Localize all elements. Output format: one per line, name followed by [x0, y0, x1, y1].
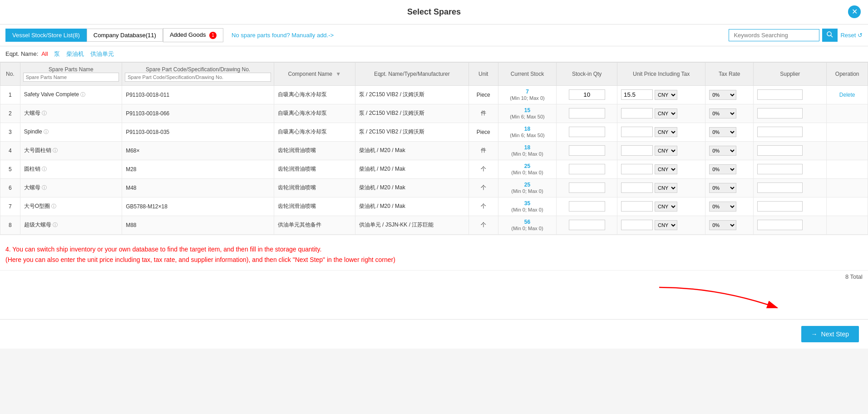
cell-unit-price[interactable]: CNYUSDEUR — [617, 160, 705, 178]
info-icon[interactable]: ⓘ — [44, 129, 49, 134]
unit-price-input[interactable] — [621, 220, 653, 230]
filter-diesel[interactable]: 柴油机 — [66, 50, 84, 57]
cell-supplier[interactable] — [754, 85, 827, 104]
filter-all[interactable]: All — [41, 50, 48, 57]
tab-vessel-stock[interactable]: Vessel Stock/Store List(8) — [5, 29, 87, 42]
cell-stock-in[interactable] — [557, 216, 617, 234]
unit-price-input[interactable] — [621, 145, 653, 156]
stock-in-qty-input[interactable] — [569, 220, 605, 230]
tax-rate-select[interactable]: 0%6%9%13% — [709, 127, 736, 137]
info-icon[interactable]: ⓘ — [42, 185, 47, 190]
stock-in-qty-input[interactable] — [569, 164, 605, 174]
currency-select[interactable]: CNYUSDEUR — [655, 108, 677, 118]
cell-unit-price[interactable]: CNYUSDEUR — [617, 123, 705, 141]
currency-select[interactable]: CNYUSDEUR — [655, 164, 677, 174]
cell-unit-price[interactable]: CNYUSDEUR — [617, 85, 705, 104]
cell-supplier[interactable] — [754, 104, 827, 123]
info-icon[interactable]: ⓘ — [53, 148, 58, 153]
cell-stock-in[interactable] — [557, 160, 617, 178]
unit-price-input[interactable] — [621, 164, 653, 174]
stock-in-qty-input[interactable] — [569, 108, 605, 118]
cell-supplier[interactable] — [754, 216, 827, 234]
cell-tax-rate[interactable]: 0%6%9%13% — [705, 197, 754, 216]
filter-oil-supply[interactable]: 供油单元 — [90, 50, 114, 57]
currency-select[interactable]: CNYUSDEUR — [655, 127, 677, 137]
supplier-input[interactable] — [757, 89, 803, 100]
cell-tax-rate[interactable]: 0%6%9%13% — [705, 85, 754, 104]
unit-price-input[interactable] — [621, 201, 653, 212]
cell-unit-price[interactable]: CNYUSDEUR — [617, 197, 705, 216]
unit-price-input[interactable] — [621, 89, 653, 100]
info-icon[interactable]: ⓘ — [42, 110, 47, 116]
tab-added-goods[interactable]: Added Goods 1 — [163, 28, 223, 42]
tax-rate-select[interactable]: 0%6%9%13% — [709, 202, 736, 212]
supplier-input[interactable] — [757, 201, 803, 212]
stock-in-qty-input[interactable] — [569, 127, 605, 137]
spare-part-code-search[interactable] — [125, 73, 271, 82]
supplier-input[interactable] — [757, 127, 803, 137]
cell-operation: Delete — [827, 85, 868, 104]
supplier-input[interactable] — [757, 108, 803, 118]
cell-tax-rate[interactable]: 0%6%9%13% — [705, 141, 754, 160]
supplier-input[interactable] — [757, 145, 803, 156]
cell-unit-price[interactable]: CNYUSDEUR — [617, 216, 705, 234]
tab-company-database[interactable]: Company Database(11) — [87, 29, 163, 42]
info-icon[interactable]: ⓘ — [80, 92, 85, 97]
currency-select[interactable]: CNYUSDEUR — [655, 220, 677, 230]
stock-in-qty-input[interactable] — [569, 201, 605, 212]
cell-stock-in[interactable] — [557, 123, 617, 141]
currency-select[interactable]: CNYUSDEUR — [655, 146, 677, 156]
spare-part-name-search[interactable] — [23, 73, 119, 82]
cell-no: 3 — [0, 123, 20, 141]
unit-price-input[interactable] — [621, 182, 653, 193]
info-icon[interactable]: ⓘ — [53, 222, 58, 227]
cell-unit-price[interactable]: CNYUSDEUR — [617, 104, 705, 123]
stock-in-qty-input[interactable] — [569, 145, 605, 156]
cell-stock-in[interactable] — [557, 104, 617, 123]
cell-unit-price[interactable]: CNYUSDEUR — [617, 178, 705, 197]
search-input[interactable] — [729, 29, 819, 41]
stock-in-qty-input[interactable] — [569, 89, 605, 100]
supplier-input[interactable] — [757, 220, 803, 230]
cell-supplier[interactable] — [754, 123, 827, 141]
search-button[interactable] — [822, 29, 838, 42]
cell-supplier[interactable] — [754, 178, 827, 197]
tax-rate-select[interactable]: 0%6%9%13% — [709, 90, 736, 100]
tax-rate-select[interactable]: 0%6%9%13% — [709, 146, 736, 156]
currency-select[interactable]: CNYUSDEUR — [655, 183, 677, 193]
filter-pump[interactable]: 泵 — [54, 50, 60, 57]
manual-add-link[interactable]: No spare parts found? Manually add.-> — [232, 32, 334, 39]
info-icon[interactable]: ⓘ — [51, 203, 56, 209]
parts-table-wrap: No. Spare Parts Name Spare Part Code/Spe… — [0, 62, 868, 235]
cell-unit-price[interactable]: CNYUSDEUR — [617, 141, 705, 160]
cell-supplier[interactable] — [754, 197, 827, 216]
cell-stock-in[interactable] — [557, 85, 617, 104]
cell-tax-rate[interactable]: 0%6%9%13% — [705, 104, 754, 123]
cell-supplier[interactable] — [754, 141, 827, 160]
tax-rate-select[interactable]: 0%6%9%13% — [709, 220, 736, 230]
next-step-button[interactable]: → Next Step — [801, 326, 859, 342]
cell-stock-in[interactable] — [557, 178, 617, 197]
cell-tax-rate[interactable]: 0%6%9%13% — [705, 216, 754, 234]
currency-select[interactable]: CNYUSDEUR — [655, 202, 677, 212]
supplier-input[interactable] — [757, 182, 803, 193]
unit-price-input[interactable] — [621, 127, 653, 137]
cell-supplier[interactable] — [754, 160, 827, 178]
tax-rate-select[interactable]: 0%6%9%13% — [709, 164, 736, 174]
cell-stock-in[interactable] — [557, 197, 617, 216]
cell-tax-rate[interactable]: 0%6%9%13% — [705, 178, 754, 197]
supplier-input[interactable] — [757, 164, 803, 174]
filter-icon[interactable]: ▼ — [335, 71, 341, 77]
cell-stock-in[interactable] — [557, 141, 617, 160]
cell-tax-rate[interactable]: 0%6%9%13% — [705, 160, 754, 178]
unit-price-input[interactable] — [621, 108, 653, 118]
stock-in-qty-input[interactable] — [569, 182, 605, 193]
delete-button[interactable]: Delete — [839, 92, 855, 98]
close-button[interactable]: ✕ — [848, 5, 861, 18]
tax-rate-select[interactable]: 0%6%9%13% — [709, 183, 736, 193]
reset-button[interactable]: Reset ↺ — [840, 32, 863, 39]
currency-select[interactable]: CNYUSDEUR — [655, 90, 677, 100]
info-icon[interactable]: ⓘ — [42, 166, 47, 172]
cell-tax-rate[interactable]: 0%6%9%13% — [705, 123, 754, 141]
tax-rate-select[interactable]: 0%6%9%13% — [709, 108, 736, 118]
